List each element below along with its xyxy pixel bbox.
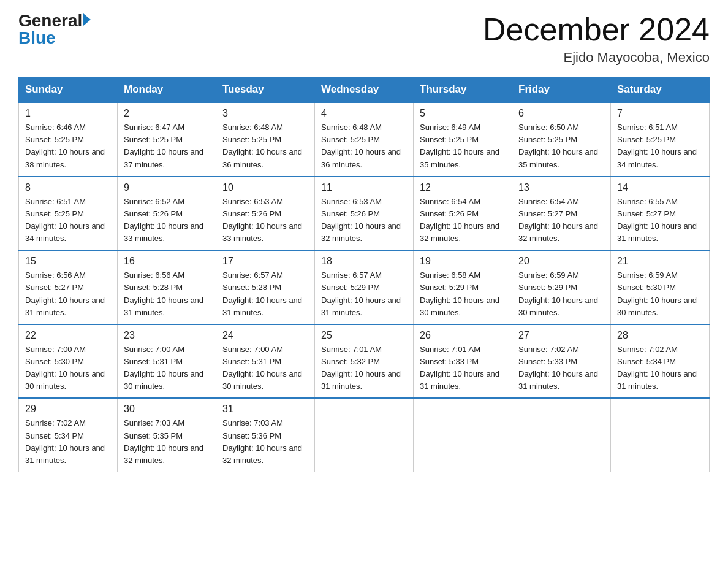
day-cell [315,398,414,472]
day-cell: 22 Sunrise: 7:00 AMSunset: 5:30 PMDaylig… [19,324,118,399]
day-cell: 23 Sunrise: 7:00 AMSunset: 5:31 PMDaylig… [118,324,216,399]
day-info: Sunrise: 6:51 AMSunset: 5:25 PMDaylight:… [25,196,111,245]
day-number: 11 [321,182,407,193]
day-info: Sunrise: 6:49 AMSunset: 5:25 PMDaylight:… [420,121,506,171]
day-info: Sunrise: 6:58 AMSunset: 5:29 PMDaylight:… [420,269,506,319]
day-number: 25 [321,330,407,341]
day-info: Sunrise: 7:00 AMSunset: 5:31 PMDaylight:… [222,343,308,393]
day-number: 12 [420,182,506,193]
page-header: General Blue December 2024 Ejido Mayocob… [18,12,710,66]
day-number: 24 [222,330,308,341]
day-info: Sunrise: 6:50 AMSunset: 5:25 PMDaylight:… [518,121,604,171]
day-info: Sunrise: 6:59 AMSunset: 5:29 PMDaylight:… [518,269,604,319]
calendar-subtitle: Ejido Mayocoba, Mexico [483,50,710,66]
day-cell: 6 Sunrise: 6:50 AMSunset: 5:25 PMDayligh… [512,102,611,177]
day-number: 9 [124,182,210,193]
day-info: Sunrise: 7:02 AMSunset: 5:34 PMDaylight:… [617,343,703,393]
logo-arrow-icon [83,13,91,26]
day-number: 3 [222,108,308,119]
day-number: 13 [518,182,604,193]
day-info: Sunrise: 7:01 AMSunset: 5:32 PMDaylight:… [321,343,407,393]
day-number: 30 [124,404,210,415]
day-number: 16 [124,256,210,267]
column-header-thursday: Thursday [414,77,512,103]
day-cell: 18 Sunrise: 6:57 AMSunset: 5:29 PMDaylig… [315,250,414,324]
day-info: Sunrise: 6:47 AMSunset: 5:25 PMDaylight:… [124,121,210,171]
day-cell: 24 Sunrise: 7:00 AMSunset: 5:31 PMDaylig… [216,324,315,399]
day-cell: 2 Sunrise: 6:47 AMSunset: 5:25 PMDayligh… [118,102,216,177]
day-cell: 17 Sunrise: 6:57 AMSunset: 5:28 PMDaylig… [216,250,315,324]
week-row-3: 15 Sunrise: 6:56 AMSunset: 5:27 PMDaylig… [19,250,710,324]
day-cell: 11 Sunrise: 6:53 AMSunset: 5:26 PMDaylig… [315,177,414,251]
week-row-4: 22 Sunrise: 7:00 AMSunset: 5:30 PMDaylig… [19,324,710,399]
column-header-tuesday: Tuesday [216,77,315,103]
day-info: Sunrise: 7:03 AMSunset: 5:36 PMDaylight:… [222,417,308,467]
calendar-table: SundayMondayTuesdayWednesdayThursdayFrid… [18,77,710,472]
day-number: 20 [518,256,604,267]
day-info: Sunrise: 6:56 AMSunset: 5:27 PMDaylight:… [25,269,111,319]
day-number: 4 [321,108,407,119]
day-number: 29 [25,404,111,415]
day-number: 28 [617,330,703,341]
logo: General Blue [18,12,91,47]
logo-blue: Blue [18,29,91,47]
day-cell: 26 Sunrise: 7:01 AMSunset: 5:33 PMDaylig… [414,324,512,399]
day-cell: 9 Sunrise: 6:52 AMSunset: 5:26 PMDayligh… [118,177,216,251]
day-info: Sunrise: 6:46 AMSunset: 5:25 PMDaylight:… [25,121,111,171]
day-number: 7 [617,108,703,119]
week-row-1: 1 Sunrise: 6:46 AMSunset: 5:25 PMDayligh… [19,102,710,177]
day-info: Sunrise: 6:51 AMSunset: 5:25 PMDaylight:… [617,121,703,171]
day-info: Sunrise: 7:02 AMSunset: 5:33 PMDaylight:… [518,343,604,393]
day-cell: 3 Sunrise: 6:48 AMSunset: 5:25 PMDayligh… [216,102,315,177]
day-info: Sunrise: 6:56 AMSunset: 5:28 PMDaylight:… [124,269,210,319]
day-number: 26 [420,330,506,341]
day-cell: 19 Sunrise: 6:58 AMSunset: 5:29 PMDaylig… [414,250,512,324]
day-cell: 27 Sunrise: 7:02 AMSunset: 5:33 PMDaylig… [512,324,611,399]
day-number: 31 [222,404,308,415]
day-number: 2 [124,108,210,119]
day-info: Sunrise: 7:03 AMSunset: 5:35 PMDaylight:… [124,417,210,467]
day-number: 22 [25,330,111,341]
day-number: 14 [617,182,703,193]
column-header-wednesday: Wednesday [315,77,414,103]
column-header-sunday: Sunday [19,77,118,103]
day-info: Sunrise: 7:02 AMSunset: 5:34 PMDaylight:… [25,417,111,467]
day-cell: 14 Sunrise: 6:55 AMSunset: 5:27 PMDaylig… [611,177,710,251]
column-header-monday: Monday [118,77,216,103]
calendar-title: December 2024 [483,12,710,47]
day-info: Sunrise: 6:52 AMSunset: 5:26 PMDaylight:… [124,196,210,245]
day-cell [414,398,512,472]
day-cell: 1 Sunrise: 6:46 AMSunset: 5:25 PMDayligh… [19,102,118,177]
day-cell: 4 Sunrise: 6:48 AMSunset: 5:25 PMDayligh… [315,102,414,177]
day-number: 19 [420,256,506,267]
day-info: Sunrise: 7:00 AMSunset: 5:31 PMDaylight:… [124,343,210,393]
week-row-2: 8 Sunrise: 6:51 AMSunset: 5:25 PMDayligh… [19,177,710,251]
day-info: Sunrise: 6:53 AMSunset: 5:26 PMDaylight:… [321,196,407,245]
day-info: Sunrise: 6:57 AMSunset: 5:29 PMDaylight:… [321,269,407,319]
day-cell: 25 Sunrise: 7:01 AMSunset: 5:32 PMDaylig… [315,324,414,399]
day-cell: 29 Sunrise: 7:02 AMSunset: 5:34 PMDaylig… [19,398,118,472]
day-number: 15 [25,256,111,267]
logo-general: General [18,12,82,29]
day-cell [512,398,611,472]
day-number: 17 [222,256,308,267]
day-cell: 30 Sunrise: 7:03 AMSunset: 5:35 PMDaylig… [118,398,216,472]
day-number: 27 [518,330,604,341]
day-info: Sunrise: 6:53 AMSunset: 5:26 PMDaylight:… [222,196,308,245]
day-cell: 7 Sunrise: 6:51 AMSunset: 5:25 PMDayligh… [611,102,710,177]
day-number: 10 [222,182,308,193]
day-number: 18 [321,256,407,267]
day-info: Sunrise: 6:48 AMSunset: 5:25 PMDaylight:… [222,121,308,171]
title-block: December 2024 Ejido Mayocoba, Mexico [483,12,710,66]
day-cell: 16 Sunrise: 6:56 AMSunset: 5:28 PMDaylig… [118,250,216,324]
day-info: Sunrise: 6:54 AMSunset: 5:27 PMDaylight:… [518,196,604,245]
day-number: 21 [617,256,703,267]
day-info: Sunrise: 7:00 AMSunset: 5:30 PMDaylight:… [25,343,111,393]
day-cell: 8 Sunrise: 6:51 AMSunset: 5:25 PMDayligh… [19,177,118,251]
day-cell: 12 Sunrise: 6:54 AMSunset: 5:26 PMDaylig… [414,177,512,251]
day-info: Sunrise: 6:59 AMSunset: 5:30 PMDaylight:… [617,269,703,319]
day-cell: 13 Sunrise: 6:54 AMSunset: 5:27 PMDaylig… [512,177,611,251]
day-number: 23 [124,330,210,341]
column-header-saturday: Saturday [611,77,710,103]
day-info: Sunrise: 6:48 AMSunset: 5:25 PMDaylight:… [321,121,407,171]
